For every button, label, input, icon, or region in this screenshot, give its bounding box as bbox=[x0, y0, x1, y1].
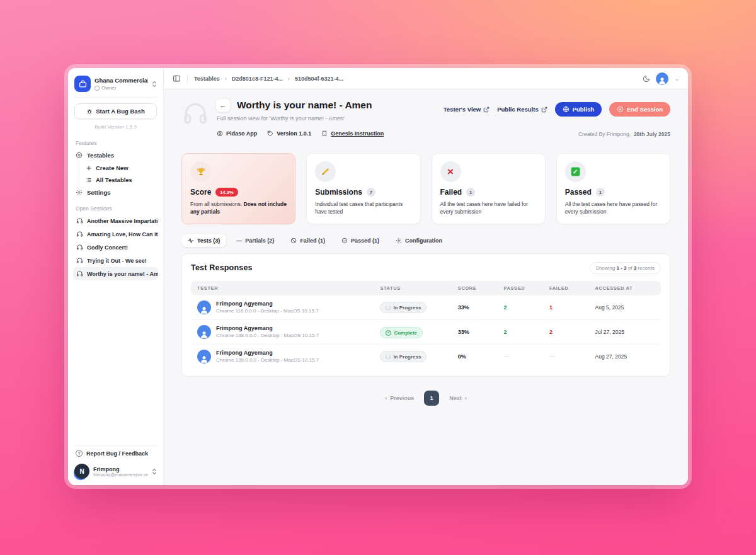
table-row[interactable]: Frimpong Agyemang Chrome 138.0.0.0 - Des… bbox=[191, 320, 661, 345]
pagination: ‹ Previous 1 Next › bbox=[181, 391, 670, 406]
table-row[interactable]: Frimpong Agyemang Chrome 116.0.0.0 - Des… bbox=[191, 295, 661, 320]
breadcrumb-testable-id[interactable]: D2d801c8-F121-4... bbox=[232, 76, 283, 82]
tag-instruction[interactable]: Genesis Instruction bbox=[321, 130, 384, 137]
back-button[interactable]: ← bbox=[215, 98, 231, 112]
score-badge: 14.3% bbox=[215, 188, 238, 197]
breadcrumb-separator: › bbox=[288, 76, 290, 82]
bug-icon bbox=[86, 108, 93, 115]
check-circle-icon: ✓ bbox=[386, 330, 391, 336]
column-header: STATUS bbox=[380, 285, 457, 291]
session-item-active[interactable]: Worthy is your name! - Amen bbox=[73, 267, 158, 280]
profile-avatar[interactable] bbox=[656, 72, 668, 85]
plus-icon bbox=[86, 165, 92, 171]
user-name: Frimpong bbox=[93, 466, 148, 472]
pencil-icon bbox=[315, 161, 336, 182]
tab-failed[interactable]: Failed (1) bbox=[284, 234, 331, 247]
breadcrumb-separator: › bbox=[225, 76, 227, 82]
start-bug-bash-button[interactable]: Start A Bug Bash bbox=[74, 103, 157, 119]
sidebar-item-create-new[interactable]: Create New bbox=[84, 162, 158, 174]
main-area: Testables › D2d801c8-F121-4... › 510d504… bbox=[164, 68, 688, 485]
testers-view-link[interactable]: Tester's View bbox=[444, 106, 490, 113]
score-card-desc: From all submissions. Does not include a… bbox=[190, 200, 287, 216]
chevron-down-icon[interactable]: ⌄ bbox=[674, 76, 679, 82]
tag-app[interactable]: Pidaso App bbox=[217, 130, 257, 137]
build-version: Build Version 1.5.9 bbox=[73, 124, 158, 130]
globe-icon bbox=[563, 106, 570, 113]
tab-tests[interactable]: Tests (3) bbox=[181, 234, 226, 247]
accessed-cell: Aug 5, 2025 bbox=[595, 304, 655, 311]
user-menu[interactable]: N Frimpong frimpong@massenergize.org bbox=[73, 461, 158, 480]
column-header: SCORE bbox=[458, 285, 504, 291]
tab-partials[interactable]: — Partials (2) bbox=[230, 234, 280, 247]
end-session-button[interactable]: End Session bbox=[609, 102, 670, 117]
records-count-badge: Showing 1 - 3 of 3 records bbox=[590, 262, 661, 274]
passed-card[interactable]: ✓ Passed 1 All the test cases here have … bbox=[556, 153, 670, 224]
breadcrumb-session-id[interactable]: 510d504f-6321-4... bbox=[295, 76, 343, 82]
passed-card-title: Passed bbox=[565, 188, 592, 197]
org-switcher[interactable]: Ghana Commercial Ba... Owner bbox=[73, 74, 158, 98]
org-logo-icon bbox=[74, 76, 91, 92]
tab-configuration[interactable]: Configuration bbox=[389, 234, 449, 247]
table-row[interactable]: Frimpong Agyemang Chrome 139.0.0.0 - Des… bbox=[191, 345, 661, 369]
help-icon: ? bbox=[76, 450, 83, 457]
cross-icon: × bbox=[440, 161, 461, 182]
status-badge: ✓Complete bbox=[380, 327, 422, 338]
passed-cell: 2 bbox=[503, 329, 549, 335]
user-email: frimpong@massenergize.org bbox=[93, 472, 148, 477]
passed-card-desc: All the test cases here have passed for … bbox=[565, 200, 662, 216]
headphones-watermark-icon bbox=[181, 100, 209, 127]
chevron-updown-icon bbox=[152, 81, 157, 88]
topbar: Testables › D2d801c8-F121-4... › 510d504… bbox=[164, 68, 688, 89]
previous-page-button[interactable]: ‹ Previous bbox=[385, 395, 414, 401]
failed-cell: 1 bbox=[549, 304, 595, 311]
features-label: Features bbox=[76, 140, 156, 146]
app-window: Ghana Commercial Ba... Owner Start A Bug… bbox=[68, 68, 688, 485]
session-item[interactable]: Godly Concert! bbox=[73, 241, 158, 254]
open-sessions-label: Open Sessions bbox=[76, 205, 156, 212]
breadcrumb: Testables › D2d801c8-F121-4... › 510d504… bbox=[194, 76, 343, 82]
slash-circle-icon bbox=[290, 237, 297, 244]
next-page-button[interactable]: Next › bbox=[449, 395, 467, 401]
bookmark-icon bbox=[321, 130, 328, 137]
avatar bbox=[197, 350, 211, 363]
submissions-card[interactable]: Submissions 7 Individual test cases that… bbox=[306, 153, 420, 224]
list-icon bbox=[86, 177, 92, 183]
session-item[interactable]: Another Massive Impartation! bbox=[73, 214, 158, 227]
breadcrumb-testables[interactable]: Testables bbox=[194, 76, 220, 82]
score-card[interactable]: Score 14.3% From all submissions. Does n… bbox=[181, 153, 295, 224]
session-item[interactable]: Trying it Out - We see! bbox=[73, 254, 158, 267]
sidebar-item-all-testables[interactable]: All Testables bbox=[84, 174, 158, 186]
page-subtitle: Full session view for 'Worthy is your na… bbox=[217, 115, 444, 122]
column-header: ACCESSED AT bbox=[595, 285, 655, 291]
minus-icon: — bbox=[236, 237, 242, 244]
sidebar-item-settings[interactable]: Settings bbox=[73, 186, 158, 199]
sidebar-item-testables[interactable]: Testables bbox=[73, 149, 158, 162]
table-header-row: TESTER STATUS SCORE PASSED FAILED ACCESS… bbox=[191, 281, 661, 295]
score-cell: 33% bbox=[458, 304, 504, 311]
headphones-icon bbox=[76, 244, 83, 251]
headphones-icon bbox=[76, 231, 83, 237]
submissions-badge: 7 bbox=[367, 188, 375, 197]
target-icon bbox=[76, 152, 83, 159]
failed-cell: — bbox=[549, 353, 595, 360]
passed-cell: 2 bbox=[503, 304, 549, 311]
page-number-button[interactable]: 1 bbox=[424, 391, 439, 406]
stat-cards: Score 14.3% From all submissions. Does n… bbox=[181, 153, 670, 224]
chevron-updown-icon bbox=[152, 468, 157, 475]
score-cell: 33% bbox=[458, 329, 504, 335]
failed-card[interactable]: × Failed 1 All the test cases here have … bbox=[432, 153, 546, 224]
avatar bbox=[197, 325, 211, 339]
passed-cell: — bbox=[503, 353, 549, 360]
tag-version[interactable]: Version 1.0.1 bbox=[267, 130, 311, 137]
dark-mode-icon[interactable] bbox=[643, 75, 650, 83]
publish-button[interactable]: Publish bbox=[555, 102, 602, 117]
report-bug-link[interactable]: ? Report Bug / Feedback bbox=[73, 445, 158, 461]
tab-passed[interactable]: Passed (1) bbox=[335, 234, 386, 247]
sidebar-toggle-icon[interactable] bbox=[173, 74, 181, 83]
failed-cell: 2 bbox=[549, 329, 595, 335]
tab-bar: Tests (3) — Partials (2) Failed (1) Pass… bbox=[181, 234, 670, 247]
activity-icon bbox=[188, 237, 194, 244]
failed-card-desc: All the test cases here have failed for … bbox=[440, 200, 537, 216]
session-item[interactable]: Amazing Love, How Can it be! bbox=[73, 227, 158, 241]
public-results-link[interactable]: Public Results bbox=[497, 106, 547, 113]
